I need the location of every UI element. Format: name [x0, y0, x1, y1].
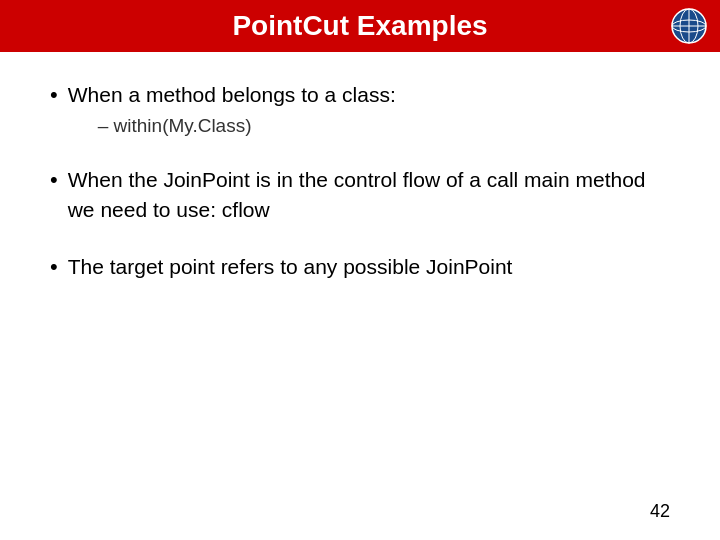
- slide-container: PointCut Examples • When a method belong…: [0, 0, 720, 540]
- page-number: 42: [650, 501, 670, 522]
- globe-icon: [670, 7, 708, 45]
- bullet-dot-3: •: [50, 254, 58, 280]
- bullet-1-text: When a method belongs to a class:: [68, 83, 396, 106]
- bullet-dot-2: •: [50, 167, 58, 193]
- bullet-3-text: The target point refers to any possible …: [68, 255, 513, 278]
- slide-content: • When a method belongs to a class: with…: [0, 52, 720, 330]
- bullet-2-content: When the JoinPoint is in the control flo…: [68, 165, 670, 224]
- slide-title: PointCut Examples: [232, 10, 487, 42]
- bullet-1-content: When a method belongs to a class: within…: [68, 80, 396, 137]
- bullet-3-content: The target point refers to any possible …: [68, 252, 513, 281]
- bullet-item-1: • When a method belongs to a class: with…: [50, 80, 670, 137]
- slide-header: PointCut Examples: [0, 0, 720, 52]
- bullet-2-text: When the JoinPoint is in the control flo…: [68, 168, 646, 220]
- bullet-item-2: • When the JoinPoint is in the control f…: [50, 165, 670, 224]
- bullet-dot-1: •: [50, 82, 58, 108]
- bullet-item-3: • The target point refers to any possibl…: [50, 252, 670, 281]
- sub-bullet-1: within(My.Class): [98, 115, 396, 137]
